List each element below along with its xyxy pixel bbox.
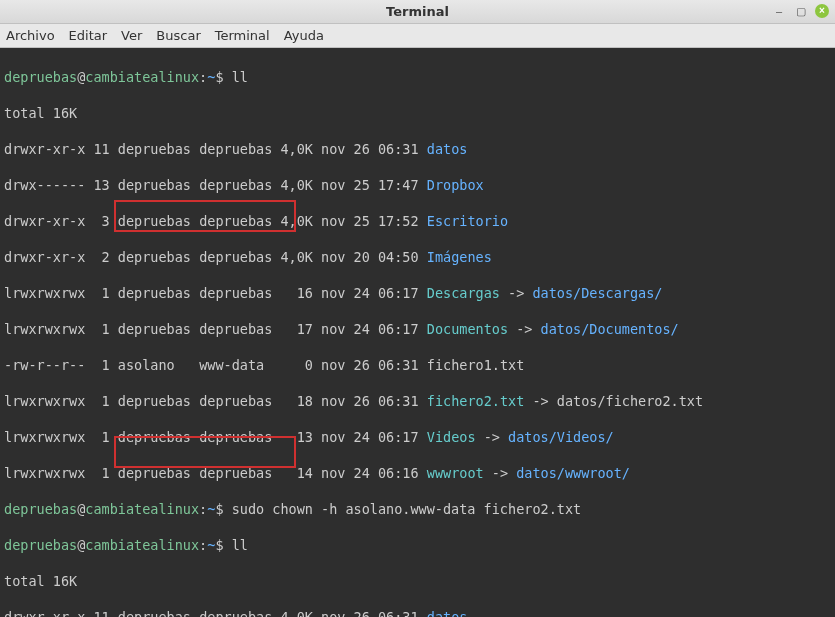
ls-line: drwxr-xr-x 2 depruebas depruebas 4,0K no… [4,248,831,266]
ls-line: lrwxrwxrwx 1 depruebas depruebas 17 nov … [4,320,831,338]
ls-line: lrwxrwxrwx 1 depruebas depruebas 18 nov … [4,392,831,410]
terminal-pane[interactable]: depruebas@cambiatealinux:~$ ll total 16K… [0,48,835,617]
menu-terminal[interactable]: Terminal [215,28,270,43]
menu-buscar[interactable]: Buscar [156,28,200,43]
window-controls: – ▢ × [771,3,829,19]
prompt-user: depruebas [4,69,77,85]
cmd-ll: ll [232,69,248,85]
link-target: datos/fichero2.txt [557,393,703,409]
link-name: wwwroot [427,465,484,481]
prompt-host: cambiatealinux [85,69,199,85]
terminal-line: depruebas@cambiatealinux:~$ sudo chown -… [4,500,831,518]
close-button[interactable]: × [815,4,829,18]
ls-line: drwxr-xr-x 11 depruebas depruebas 4,0K n… [4,608,831,617]
cmd-ll: ll [232,537,248,553]
link-target: datos/Descargas/ [532,285,662,301]
menu-editar[interactable]: Editar [69,28,108,43]
ls-line: drwxr-xr-x 3 depruebas depruebas 4,0K no… [4,212,831,230]
file-name: fichero1.txt [427,357,525,373]
link-target: datos/Videos/ [508,429,614,445]
cmd-chown: sudo chown -h asolano.www-data fichero2.… [232,501,582,517]
ls-line: lrwxrwxrwx 1 depruebas depruebas 13 nov … [4,428,831,446]
menu-archivo[interactable]: Archivo [6,28,55,43]
menu-ver[interactable]: Ver [121,28,142,43]
link-name: Documentos [427,321,508,337]
prompt-dollar: $ [215,69,223,85]
ls-line: drwxr-xr-x 11 depruebas depruebas 4,0K n… [4,140,831,158]
prompt-colon: : [199,69,207,85]
dir-name: datos [427,141,468,157]
menu-ayuda[interactable]: Ayuda [284,28,324,43]
terminal-line: depruebas@cambiatealinux:~$ ll [4,536,831,554]
window-title: Terminal [386,4,449,19]
window-titlebar: Terminal – ▢ × [0,0,835,24]
maximize-button[interactable]: ▢ [793,3,809,19]
terminal-line: total 16K [4,572,831,590]
minimize-button[interactable]: – [771,3,787,19]
link-target: datos/Documentos/ [541,321,679,337]
menu-bar: Archivo Editar Ver Buscar Terminal Ayuda [0,24,835,48]
link-name: fichero2.txt [427,393,525,409]
dir-name: datos [427,609,468,617]
dir-name: Dropbox [427,177,484,193]
link-name: Descargas [427,285,500,301]
dir-name: Imágenes [427,249,492,265]
link-name: Videos [427,429,476,445]
ls-line: drwx------ 13 depruebas depruebas 4,0K n… [4,176,831,194]
dir-name: Escritorio [427,213,508,229]
ls-line: lrwxrwxrwx 1 depruebas depruebas 14 nov … [4,464,831,482]
terminal-line: total 16K [4,104,831,122]
ls-line: lrwxrwxrwx 1 depruebas depruebas 16 nov … [4,284,831,302]
terminal-line: depruebas@cambiatealinux:~$ ll [4,68,831,86]
ls-line: -rw-r--r-- 1 asolano www-data 0 nov 26 0… [4,356,831,374]
link-target: datos/wwwroot/ [516,465,630,481]
